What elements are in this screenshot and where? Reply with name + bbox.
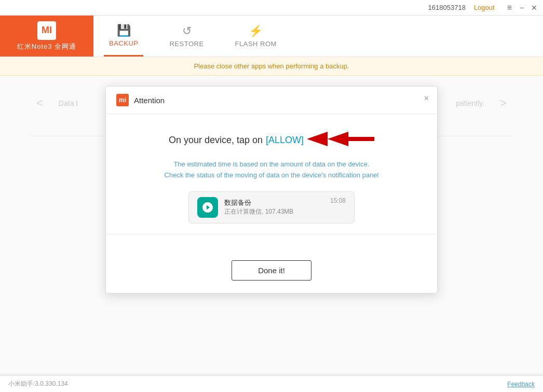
info-banner: Please close other apps when performing …	[0, 57, 543, 76]
device-notification: 数据备份 正在计算微信, 107.43MB 15:08	[188, 191, 355, 223]
modal-mi-logo: mi	[116, 94, 129, 106]
nav-tabs: 💾 BACKUP ↺ RESTORE ⚡ FLASH ROM	[93, 16, 543, 57]
notif-time: 15:08	[330, 197, 346, 204]
done-button[interactable]: Done it!	[232, 260, 311, 281]
minimize-button[interactable]: −	[517, 3, 526, 12]
notif-app-icon	[197, 197, 218, 218]
user-id: 1618053718	[428, 4, 466, 11]
modal-header: mi Attention ×	[106, 87, 437, 114]
brand-section: MI 红米Note3 全网通	[0, 16, 93, 57]
restore-icon: ↺	[182, 24, 192, 38]
modal-title: Attention	[134, 96, 165, 105]
svg-marker-1	[307, 132, 328, 146]
instruction-prefix: On your device, tap on	[169, 135, 263, 146]
flash-rom-icon: ⚡	[249, 24, 263, 38]
backup-icon: 💾	[117, 24, 131, 37]
modal-divider	[106, 234, 437, 234]
modal-mi-text: mi	[119, 96, 126, 104]
title-bar: 1618053718 Logout ≡ − ✕	[0, 0, 543, 16]
notif-content: 数据备份 正在计算微信, 107.43MB	[224, 198, 324, 216]
modal-close-button[interactable]: ×	[424, 94, 429, 103]
attention-modal: mi Attention × On your device, tap on [A…	[105, 86, 438, 293]
tab-flash-rom-label: FLASH ROM	[235, 40, 277, 48]
modal-body: On your device, tap on [ALLOW] The estim…	[106, 114, 437, 255]
app-header: MI 红米Note3 全网通 💾 BACKUP ↺ RESTORE ⚡ FLAS…	[0, 16, 543, 57]
status-bar: 小米助手:3.0.330.134 Feedback	[0, 375, 543, 392]
tab-backup-label: BACKUP	[109, 39, 138, 47]
close-button[interactable]: ✕	[530, 3, 539, 12]
svg-marker-0	[328, 132, 374, 146]
hint-line1: The estimated time is based on the amoun…	[127, 159, 416, 170]
hint-text: The estimated time is based on the amoun…	[127, 159, 416, 181]
menu-icon[interactable]: ≡	[507, 3, 512, 12]
brand-subtitle: 红米Note3 全网通	[17, 42, 76, 51]
logout-button[interactable]: Logout	[474, 4, 495, 11]
tab-flash-rom[interactable]: ⚡ FLASH ROM	[230, 16, 282, 57]
notif-subtitle: 正在计算微信, 107.43MB	[224, 207, 324, 216]
tab-restore[interactable]: ↺ RESTORE	[164, 16, 209, 57]
main-area: < Data t patiently. > Photos Videos Musi…	[0, 76, 543, 373]
feedback-link[interactable]: Feedback	[507, 381, 535, 388]
banner-message: Please close other apps when performing …	[194, 62, 349, 70]
mi-logo-text: MI	[42, 25, 52, 36]
allow-text: [ALLOW]	[266, 135, 304, 146]
version-label: 小米助手:3.0.330.134	[8, 380, 68, 388]
hint-line2: Check the status of the moving of data o…	[127, 170, 416, 181]
modal-overlay: mi Attention × On your device, tap on [A…	[0, 76, 543, 373]
tab-restore-label: RESTORE	[169, 40, 203, 48]
notif-title: 数据备份	[224, 198, 324, 207]
instruction-line: On your device, tap on [ALLOW]	[127, 130, 416, 151]
title-bar-controls: 1618053718 Logout ≡ − ✕	[428, 3, 539, 12]
modal-footer: Done it!	[106, 255, 437, 293]
mi-logo: MI	[37, 21, 56, 40]
arrow-indicator	[307, 130, 374, 151]
tab-backup[interactable]: 💾 BACKUP	[104, 16, 143, 57]
